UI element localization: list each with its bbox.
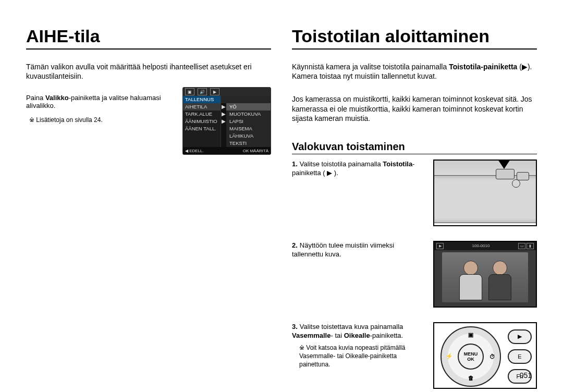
control-wheel: MENU OK ▣ 🗑 ⚡ ⏱	[440, 326, 501, 387]
menu-foot-left: ◀ EDELL.	[185, 149, 204, 153]
left-intro: Tämän valikon avulla voit määrittää help…	[26, 62, 271, 81]
page-number: 051	[520, 371, 532, 379]
sound-icon: 🔊	[198, 88, 207, 95]
side-button-play: ▶	[508, 329, 532, 344]
section-rule	[292, 154, 537, 154]
menu-left-1: TARK.ALUE	[183, 111, 221, 118]
side-button-e: E	[508, 349, 532, 364]
menu-foot-right: OK MÄÄRITÄ	[243, 149, 268, 153]
right-pad-icon: ⏱	[487, 352, 497, 361]
menu-tabs: ▣ 🔊 ▶	[183, 88, 271, 96]
right-intro-2: Jos kamerassa on muistikortti, kaikki ka…	[292, 94, 537, 123]
menu-right-5: TEKSTI	[226, 140, 271, 147]
left-title: AIHE-tila	[26, 26, 271, 46]
photo-counter: 100-0010	[472, 243, 490, 248]
play-icon: ▶	[436, 243, 444, 249]
left-pad-icon: ⚡	[445, 352, 454, 361]
step-2-text: 2.Näyttöön tulee muistiin viimeksi talle…	[292, 241, 425, 308]
menu-left-0: AIHETILA	[183, 103, 221, 111]
menu-right-0: YÖ	[226, 103, 271, 111]
arrow-down-icon	[498, 160, 510, 169]
step-1-figure	[433, 160, 537, 226]
menu-header: TALLENNUS	[183, 96, 221, 103]
menu-ok-button: MENU OK	[458, 344, 484, 370]
menu-right-3: MAISEMA	[226, 125, 271, 132]
up-pad-icon: ▣	[466, 330, 475, 340]
battery-icon: ▮	[527, 243, 534, 249]
menu-right-2: LAPSI	[226, 118, 271, 125]
right-title: Toistotilan aloittaminen	[292, 26, 537, 46]
step-3-note: Voit katsoa kuvia nopeasti pitämällä Vas…	[299, 344, 425, 369]
menu-left-3: ÄÄNEN TALL.	[183, 125, 221, 132]
menu-right-1: MUOTOKUVA	[226, 111, 271, 118]
left-note: Lisätietoja on sivulla 24.	[29, 116, 176, 124]
camera-menu-screenshot: ▣ 🔊 ▶ TALLENNUS AIHETILA▶YÖ TARK.ALUE▶MU…	[182, 87, 271, 155]
step-2-figure: ▶ 100-0010 ▭ ▮	[433, 241, 537, 308]
menu-right-4: LÄHIKUVA	[226, 132, 271, 140]
card-icon: ▭	[518, 243, 525, 249]
section-title: Valokuvan toistaminen	[292, 141, 537, 153]
menu-left-2: ÄÄNIMUISTIO	[183, 118, 221, 125]
step-3-text: 3.Valitse toistettava kuva painamalla Va…	[292, 322, 425, 389]
left-instruction: Paina Valikko-painiketta ja valitse halu…	[26, 94, 176, 109]
step-1-text: 1.Valitse toistotila painamalla Toistoti…	[292, 160, 425, 226]
play-box-icon: ▶	[210, 88, 219, 95]
left-rule	[26, 48, 271, 50]
camera-icon: ▣	[185, 88, 194, 95]
right-intro-1: Käynnistä kamera ja valitse toistotila p…	[292, 62, 537, 81]
right-rule	[292, 48, 537, 50]
down-pad-icon: 🗑	[466, 373, 475, 383]
